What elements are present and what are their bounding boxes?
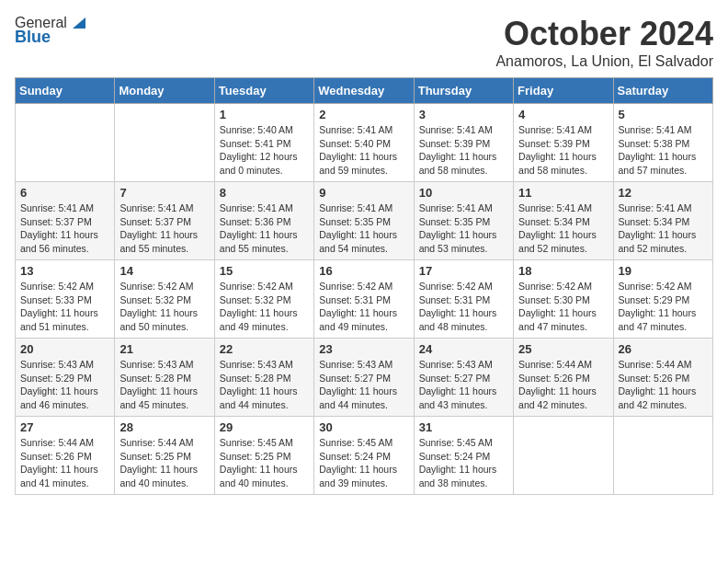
week-row-3: 13Sunrise: 5:42 AM Sunset: 5:33 PM Dayli…: [16, 260, 713, 339]
day-number: 10: [419, 186, 508, 200]
day-cell: 18Sunrise: 5:42 AM Sunset: 5:30 PM Dayli…: [514, 260, 613, 339]
day-number: 22: [220, 342, 309, 356]
day-cell: 3Sunrise: 5:41 AM Sunset: 5:39 PM Daylig…: [414, 104, 513, 182]
header-cell-friday: Friday: [514, 78, 613, 104]
day-cell: 14Sunrise: 5:42 AM Sunset: 5:32 PM Dayli…: [115, 260, 214, 339]
svg-marker-0: [73, 17, 85, 29]
day-info: Sunrise: 5:41 AM Sunset: 5:34 PM Dayligh…: [619, 201, 708, 256]
day-cell: 12Sunrise: 5:41 AM Sunset: 5:34 PM Dayli…: [613, 182, 712, 260]
location-title: Anamoros, La Union, El Salvador: [495, 53, 713, 70]
header-cell-wednesday: Wednesday: [314, 78, 414, 104]
day-cell: 17Sunrise: 5:42 AM Sunset: 5:31 PM Dayli…: [414, 260, 513, 339]
day-number: 28: [119, 420, 209, 434]
day-number: 6: [20, 186, 109, 200]
day-info: Sunrise: 5:45 AM Sunset: 5:25 PM Dayligh…: [220, 436, 309, 490]
day-number: 18: [518, 264, 608, 278]
day-cell: 7Sunrise: 5:41 AM Sunset: 5:37 PM Daylig…: [115, 182, 214, 260]
day-cell: 28Sunrise: 5:44 AM Sunset: 5:25 PM Dayli…: [115, 417, 214, 495]
day-cell: 5Sunrise: 5:41 AM Sunset: 5:38 PM Daylig…: [613, 104, 712, 182]
month-title: October 2024: [495, 15, 713, 53]
day-info: Sunrise: 5:42 AM Sunset: 5:31 PM Dayligh…: [319, 280, 408, 334]
day-info: Sunrise: 5:45 AM Sunset: 5:24 PM Dayligh…: [319, 436, 408, 490]
day-number: 29: [220, 420, 309, 434]
header-cell-tuesday: Tuesday: [214, 78, 313, 104]
day-number: 24: [419, 342, 508, 356]
day-cell: 15Sunrise: 5:42 AM Sunset: 5:32 PM Dayli…: [214, 260, 313, 339]
day-cell: 2Sunrise: 5:41 AM Sunset: 5:40 PM Daylig…: [314, 104, 414, 182]
day-cell: 31Sunrise: 5:45 AM Sunset: 5:24 PM Dayli…: [414, 417, 513, 495]
day-info: Sunrise: 5:41 AM Sunset: 5:38 PM Dayligh…: [619, 123, 708, 178]
day-info: Sunrise: 5:41 AM Sunset: 5:37 PM Dayligh…: [119, 201, 209, 256]
day-number: 3: [419, 108, 508, 121]
day-info: Sunrise: 5:41 AM Sunset: 5:35 PM Dayligh…: [419, 201, 508, 256]
day-number: 21: [119, 342, 209, 356]
day-cell: 1Sunrise: 5:40 AM Sunset: 5:41 PM Daylig…: [214, 104, 313, 182]
day-info: Sunrise: 5:43 AM Sunset: 5:28 PM Dayligh…: [220, 358, 309, 412]
week-row-4: 20Sunrise: 5:43 AM Sunset: 5:29 PM Dayli…: [16, 339, 713, 417]
day-cell: [115, 104, 214, 182]
day-info: Sunrise: 5:40 AM Sunset: 5:41 PM Dayligh…: [220, 123, 309, 178]
day-number: 11: [518, 186, 608, 200]
day-info: Sunrise: 5:42 AM Sunset: 5:30 PM Dayligh…: [518, 280, 608, 334]
day-number: 5: [619, 108, 708, 121]
title-block: October 2024 Anamoros, La Union, El Salv…: [495, 15, 713, 70]
day-info: Sunrise: 5:44 AM Sunset: 5:26 PM Dayligh…: [619, 358, 708, 412]
day-cell: 16Sunrise: 5:42 AM Sunset: 5:31 PM Dayli…: [314, 260, 414, 339]
day-cell: 26Sunrise: 5:44 AM Sunset: 5:26 PM Dayli…: [613, 339, 712, 417]
day-info: Sunrise: 5:44 AM Sunset: 5:25 PM Dayligh…: [119, 436, 209, 490]
logo: General Blue: [15, 15, 85, 47]
calendar-table: SundayMondayTuesdayWednesdayThursdayFrid…: [15, 77, 713, 495]
day-number: 4: [518, 108, 608, 121]
header-row: SundayMondayTuesdayWednesdayThursdayFrid…: [16, 78, 713, 104]
day-number: 7: [119, 186, 209, 200]
day-info: Sunrise: 5:43 AM Sunset: 5:27 PM Dayligh…: [419, 358, 508, 412]
header-cell-monday: Monday: [115, 78, 214, 104]
day-number: 17: [419, 264, 508, 278]
day-number: 25: [518, 342, 608, 356]
day-cell: [16, 104, 115, 182]
page-header: General Blue October 2024 Anamoros, La U…: [15, 15, 713, 70]
header-cell-thursday: Thursday: [414, 78, 513, 104]
day-number: 26: [619, 342, 708, 356]
day-cell: 25Sunrise: 5:44 AM Sunset: 5:26 PM Dayli…: [514, 339, 613, 417]
week-row-2: 6Sunrise: 5:41 AM Sunset: 5:37 PM Daylig…: [16, 182, 713, 260]
day-info: Sunrise: 5:41 AM Sunset: 5:39 PM Dayligh…: [419, 123, 508, 178]
day-info: Sunrise: 5:45 AM Sunset: 5:24 PM Dayligh…: [419, 436, 508, 490]
day-cell: [613, 417, 712, 495]
day-number: 27: [20, 420, 109, 434]
day-cell: 11Sunrise: 5:41 AM Sunset: 5:34 PM Dayli…: [514, 182, 613, 260]
day-info: Sunrise: 5:44 AM Sunset: 5:26 PM Dayligh…: [518, 358, 608, 412]
day-info: Sunrise: 5:41 AM Sunset: 5:35 PM Dayligh…: [319, 201, 408, 256]
day-info: Sunrise: 5:42 AM Sunset: 5:32 PM Dayligh…: [220, 280, 309, 334]
day-number: 12: [619, 186, 708, 200]
day-info: Sunrise: 5:42 AM Sunset: 5:29 PM Dayligh…: [619, 280, 708, 334]
day-info: Sunrise: 5:41 AM Sunset: 5:34 PM Dayligh…: [518, 201, 608, 256]
header-cell-sunday: Sunday: [16, 78, 115, 104]
day-number: 1: [220, 108, 309, 121]
day-cell: 27Sunrise: 5:44 AM Sunset: 5:26 PM Dayli…: [16, 417, 115, 495]
day-cell: 21Sunrise: 5:43 AM Sunset: 5:28 PM Dayli…: [115, 339, 214, 417]
day-info: Sunrise: 5:43 AM Sunset: 5:29 PM Dayligh…: [20, 358, 109, 412]
day-cell: 22Sunrise: 5:43 AM Sunset: 5:28 PM Dayli…: [214, 339, 313, 417]
day-info: Sunrise: 5:41 AM Sunset: 5:40 PM Dayligh…: [319, 123, 408, 178]
day-cell: 20Sunrise: 5:43 AM Sunset: 5:29 PM Dayli…: [16, 339, 115, 417]
day-number: 15: [220, 264, 309, 278]
day-info: Sunrise: 5:43 AM Sunset: 5:28 PM Dayligh…: [119, 358, 209, 412]
day-number: 14: [119, 264, 209, 278]
header-cell-saturday: Saturday: [613, 78, 712, 104]
day-cell: 30Sunrise: 5:45 AM Sunset: 5:24 PM Dayli…: [314, 417, 414, 495]
day-cell: 10Sunrise: 5:41 AM Sunset: 5:35 PM Dayli…: [414, 182, 513, 260]
day-cell: 24Sunrise: 5:43 AM Sunset: 5:27 PM Dayli…: [414, 339, 513, 417]
day-cell: 8Sunrise: 5:41 AM Sunset: 5:36 PM Daylig…: [214, 182, 313, 260]
day-number: 23: [319, 342, 408, 356]
day-number: 9: [319, 186, 408, 200]
day-number: 13: [20, 264, 109, 278]
day-info: Sunrise: 5:41 AM Sunset: 5:39 PM Dayligh…: [518, 123, 608, 178]
day-cell: 23Sunrise: 5:43 AM Sunset: 5:27 PM Dayli…: [314, 339, 414, 417]
week-row-5: 27Sunrise: 5:44 AM Sunset: 5:26 PM Dayli…: [16, 417, 713, 495]
day-number: 16: [319, 264, 408, 278]
day-cell: 29Sunrise: 5:45 AM Sunset: 5:25 PM Dayli…: [214, 417, 313, 495]
day-info: Sunrise: 5:42 AM Sunset: 5:31 PM Dayligh…: [419, 280, 508, 334]
day-info: Sunrise: 5:44 AM Sunset: 5:26 PM Dayligh…: [20, 436, 109, 490]
day-info: Sunrise: 5:41 AM Sunset: 5:37 PM Dayligh…: [20, 201, 109, 256]
